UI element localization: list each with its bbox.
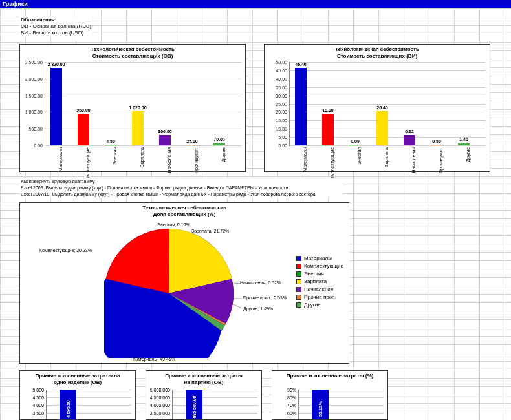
pie-legend: МатериалыКомплектующиеЭнергияЗарплатаНач… [296,255,343,309]
chart-small-2-title: Прямые и косвенные затраты на партию (ОВ… [146,371,261,387]
pie-plot [104,229,234,358]
bar-3: 1 020.00 [132,111,144,145]
legend-swatch [296,256,301,261]
pie-legend-item: Материалы [296,255,343,262]
bar-3: 20.40 [376,111,388,145]
section-title: Графики [0,0,511,8]
chart-pie-title: Технологическая себестоимость Доля соста… [20,203,349,219]
chart-vi: Технологическая себестоимость Стоимость … [264,44,490,172]
bar-0: 2 320.00 [50,68,62,145]
chart-small-3-title: Прямые и косвенные затраты (%) [272,371,387,381]
legend-swatch [296,264,301,269]
pie-legend-item: Начисления [296,286,343,293]
legend-swatch [296,295,301,300]
legend-line-1: ОВ - Основная валюта (RUB) [21,23,91,30]
small-bar: 55.13% [312,390,329,420]
bar-6: 1.40 [458,143,470,145]
legend-swatch [296,302,301,308]
chart-ov: Технологическая себестоимость Стоимость … [19,44,246,172]
chart-small-3-plot: 40%50%60%70%80%90%55.13% [298,390,384,420]
chart-small-2-plot: 2 500 0003 000 0003 500 0004 000 0004 50… [172,390,257,420]
bar-6: 70.00 [213,143,225,145]
section-title-text: Графики [3,1,28,7]
pie-label-salary: Зарплата; 21.72% [191,229,229,233]
bar-4: 6.12 [404,135,415,145]
pie-label-other: Другие; 1.49% [243,306,273,311]
pie-label-otherprop: Прочие проп.; 0.53% [243,295,287,300]
pie-legend-item: Прочие проп. [296,293,343,301]
legend-swatch [296,271,301,277]
legend-block: Обозначения ОВ - Основная валюта (RUB) В… [19,16,92,37]
rotation-notes: Как повернуть круговую диаграмму. Excel … [19,178,343,198]
chart-small-2: Прямые и косвенные затраты на партию (ОВ… [146,370,262,420]
chart-ov-plot: 0.00500.001 000.001 500.002 000.002 500.… [45,62,241,146]
pie-label-energy: Энергия; 0.10% [157,222,190,227]
bar-1: 950.00 [78,114,89,145]
bar-5: 0.50 [431,145,442,145]
chart-small-1-plot: 2 5003 0003 5004 0004 5005 0004 695.50 [46,390,131,420]
chart-ov-title: Технологическая себестоимость Стоимость … [20,45,245,61]
bar-0: 46.40 [295,68,307,145]
chart-vi-title: Технологическая себестоимость Стоимость … [265,45,490,61]
bar-1: 19.00 [322,114,334,145]
chart-small-1-title: Прямые и косвенные затраты на одно издел… [20,371,135,387]
pie-legend-item: Комплектующие [296,262,343,270]
legend-heading: Обозначения [21,17,91,23]
legend-line-2: ВИ - Валюта итогов (USD) [21,30,91,36]
bar-2: 0.09 [349,145,361,145]
pie-label-kits: Комплектующие; 20.23% [39,248,92,253]
chart-small-3: Прямые и косвенные затраты (%) 40%50%60%… [272,370,388,420]
legend-swatch [296,287,301,292]
pie-legend-item: Другие [296,301,343,309]
bar-2: 4.50 [105,145,116,145]
pie-legend-item: Энергия [296,270,343,278]
bar-4: 306.00 [159,135,171,145]
chart-vi-plot: 0.005.0010.0015.0020.0025.0030.0035.0040… [289,62,486,146]
chart-pie: Технологическая себестоимость Доля соста… [19,202,349,364]
pie-legend-item: Зарплата [296,278,343,286]
legend-swatch [296,279,301,284]
small-bar: 4 695.50 [60,390,76,420]
small-bar: 4 695 500.00 [186,390,202,420]
pie-label-accruals: Начисления; 6.52% [240,280,281,285]
pie-label-materials: Материалы; 49.41% [133,357,175,361]
bar-5: 25.00 [186,145,198,145]
chart-small-1: Прямые и косвенные затраты на одно издел… [19,370,136,420]
